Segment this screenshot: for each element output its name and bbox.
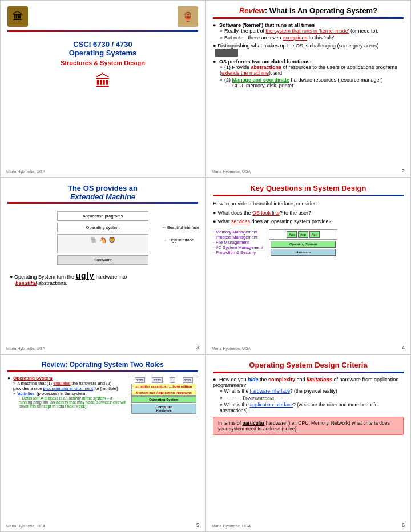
transformations-text: Transformations [242,396,274,401]
slide2-title: Review: What is An Operating System? [213,6,404,15]
exceptions-link: exceptions [283,35,307,41]
sl6-2: -------- Transformations -------- [220,395,404,401]
sl-1: A machine that (1) emulates the hardware… [13,381,126,391]
bullet-3: OS performs two unrelated functions: (1)… [213,59,404,88]
diagram-os: Operating system ← Beautiful interface [57,223,148,232]
cpu-list: CPU, memory, disk, printer [228,83,404,88]
prog-env-link: programming environment [43,386,94,391]
hw-icon-3: 🦁 [108,237,115,243]
slide6-footer: Maria Hybinette, UGA [212,524,251,528]
slide5-sub-1: A machine that (1) emulates the hardware… [7,381,126,408]
cell-4: ???? [183,377,193,383]
slide4-right-list: Memory Management Process Management Fil… [213,229,263,255]
manage-link: Manage and coordinate [232,77,290,83]
slide4-number: 4 [402,345,405,350]
bullet-4-1: What does the OS look like? to the user? [213,210,404,216]
sub-3-1: (1) Provide abstractions of resources to… [220,65,404,76]
diagram-hardware: Hardware [57,255,148,265]
slide4-title: Key Questions in System Design [213,184,404,192]
slide3-bottom-text: ● Operating System turn the ugly hardwar… [7,271,198,286]
slide2-title-black: : What is An Operating System? [265,6,377,15]
slide4-intro: How to provide a beautiful interface, co… [213,201,404,207]
rl-4: I/O System Management [213,245,263,250]
slide3-number: 3 [196,345,199,350]
slide5-footer: Maria Hybinette, UGA [6,524,45,528]
emulates-link: emulates [53,381,70,386]
list-bullet: ● [10,274,13,280]
slide6-number: 6 [402,522,405,528]
hide-link: hide [248,377,259,382]
extends-link: extends the machine [221,70,269,76]
hw-interface-link: hardware interface [250,388,290,394]
sl6-3: What is the application interface? (what… [220,402,404,413]
dashes-left: -------- [227,395,240,401]
slide4-divider [213,195,404,196]
particular-text: particular [243,420,265,426]
rl-3: File Management [213,240,263,245]
slide3-title: The OS provides an Extended Machine [7,184,198,201]
slide2-divider [213,17,404,19]
limitations-link: limitations [307,377,332,382]
bullet-1-sub: Really, the part of the system that runs… [213,28,404,41]
sub-1-1: Really, the part of the system that runs… [220,28,404,34]
os-label: Operating System [13,376,52,381]
app-box-3: App [309,231,320,238]
slide4-os-diagram: App App App Operating System Hardware [269,229,337,257]
diagram-hw-area: 🐘 🐴 🦁 ← Ugly interface [57,234,148,253]
slide5-number: 5 [196,522,199,528]
slide6-highlight-box: In terms of particular hardware (i.e., C… [213,417,404,435]
slide5-content: Operating System A machine that (1) emul… [7,376,198,416]
cell-3: ... [170,377,176,383]
course-title: CSCI 6730 / 4730 [7,40,198,49]
slide5-right-col: ???? ???? ... ???? compiler assembler ..… [130,376,198,416]
grey-rect [215,49,238,57]
slide3-diagram-wrapper: Application programs Operating system ← … [7,207,198,269]
slide3-divider [7,202,198,204]
logo-right: 🏺 [178,6,198,27]
cell-1: ???? [135,377,145,383]
dashes-right: -------- [276,395,289,401]
slide4-bullets: What does the OS look like? to the user?… [213,210,404,224]
slide1-title-area: CSCI 6730 / 4730 Operating Systems Struc… [7,40,198,66]
os-diagram-apps: App App App [269,230,337,240]
prog-label-1: compiler assembler ... boot edition [131,384,196,389]
slide1-footer: Maria Hybinette, UGA [6,170,45,174]
bullet-4-2: What services does an operating system p… [213,219,404,224]
prog-label-os: Operating System [131,396,196,403]
app-interface-link: application interface [250,402,293,408]
abstractions-link: abstractions [251,65,282,70]
bottom-text-part2: hardware into [96,274,127,280]
slide-5: Review: Operating System Two Roles Opera… [0,354,206,532]
bullet-2: Distinguishing what makes up the OS is c… [213,43,404,57]
hw-icon-1: 🐘 [90,237,97,243]
slide-4: Key Questions in System Design How to pr… [206,178,411,355]
os-title: Operating Systems [7,49,198,57]
ugly-word: ugly [76,271,95,280]
slide2-footer: Maria Hybinette, UGA [212,170,251,174]
slide5-prog-diagram: ???? ???? ... ???? compiler assembler ..… [130,376,198,416]
hw-icons: 🐘 🐴 🦁 [90,237,115,243]
diagram-app-programs: Application programs [57,211,148,221]
prog-row-1: ???? ???? ... ???? [131,377,196,383]
bottom-text-part1: Operating System turn the [14,274,76,280]
slide1-divider [7,30,198,32]
beautiful-word: beautiful [15,280,37,286]
bullet-1: Software ('kernel') that runs at all tim… [213,22,404,41]
slide5-subsub: Definition: A process is an activity in … [13,396,126,408]
hw-box: Hardware [271,249,336,256]
slide6-divider [213,372,404,373]
slide4-footer: Maria Hybinette, UGA [212,346,251,350]
slide3-footer: Maria Hybinette, UGA [6,346,45,350]
slide6-bullets: How do you hide the complexity and limit… [213,377,404,413]
ugly-interface-label: ← Ugly interface [164,238,194,242]
slide3-title-line1: The OS provides an [68,184,138,192]
kernel-link: the system that runs in 'kernel mode' [265,28,349,34]
slide3-title-line2: Extended Machine [7,192,198,201]
slide4-diagram-area: Memory Management Process Management Fil… [213,227,404,257]
sub-3-2: (2) Manage and coordinate hardware resou… [220,77,404,88]
slide1-logos: 🏛 🏺 [7,6,198,27]
bullet-6-1: How do you hide the complexity and limit… [213,377,404,413]
slide6-title: Operating System Design Criteria [213,361,404,369]
subtitle: Structures & System Design [7,59,198,66]
beautiful-interface-label: ← Beautiful interface [162,225,199,229]
